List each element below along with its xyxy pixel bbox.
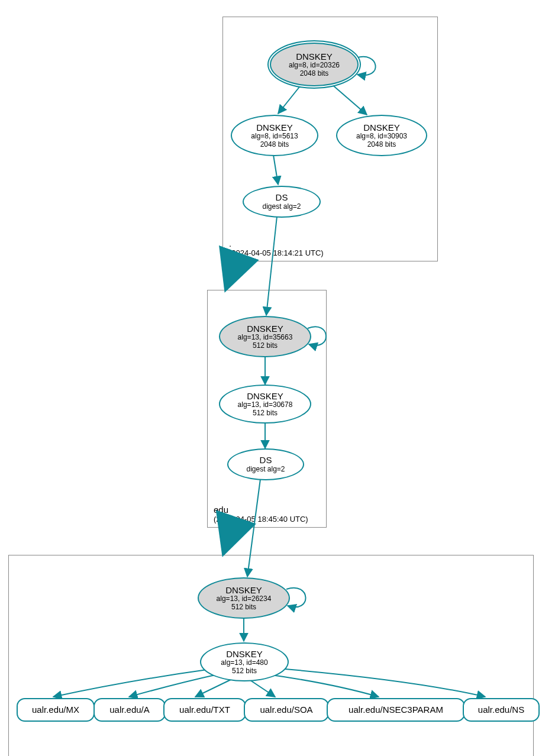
root-zsk-node: DNSKEY alg=8, id=5613 2048 bits bbox=[231, 115, 318, 156]
rr-label: ualr.edu/SOA bbox=[260, 705, 312, 715]
node-title: DNSKEY bbox=[256, 122, 293, 133]
node-title: DNSKEY bbox=[247, 324, 283, 334]
rr-label: ualr.edu/NS bbox=[478, 705, 524, 715]
node-sub: 2048 bits bbox=[260, 141, 289, 149]
node-sub: 512 bits bbox=[231, 603, 256, 612]
root-dnskey2-node: DNSKEY alg=8, id=30903 2048 bits bbox=[336, 115, 427, 156]
rr-a: ualr.edu/A bbox=[93, 698, 166, 722]
node-sub: 2048 bits bbox=[367, 141, 396, 149]
node-title: DS bbox=[276, 192, 288, 202]
node-title: DNSKEY bbox=[226, 649, 263, 659]
root-ds-node: DS digest alg=2 bbox=[243, 186, 321, 218]
node-sub: digest alg=2 bbox=[246, 466, 285, 474]
edu-ds-node: DS digest alg=2 bbox=[227, 448, 304, 480]
zone-edu-name: edu bbox=[214, 505, 308, 515]
node-sub: 2048 bits bbox=[300, 70, 329, 78]
zone-edu-timestamp: (2024-04-05 18:45:40 UTC) bbox=[214, 515, 308, 524]
zone-edu-label: edu (2024-04-05 18:45:40 UTC) bbox=[214, 505, 308, 524]
ualr-ksk-node: DNSKEY alg=13, id=26234 512 bits bbox=[198, 577, 290, 619]
node-sub: 512 bits bbox=[253, 342, 278, 350]
node-title: DNSKEY bbox=[296, 51, 333, 62]
rr-ns: ualr.edu/NS bbox=[463, 698, 540, 722]
zone-root-label: . (2024-04-05 18:14:21 UTC) bbox=[229, 238, 324, 257]
node-sub: 512 bits bbox=[232, 667, 257, 676]
edu-zsk-node: DNSKEY alg=13, id=30678 512 bits bbox=[219, 385, 311, 424]
root-ksk-node: DNSKEY alg=8, id=20326 2048 bits bbox=[270, 43, 359, 86]
node-title: DNSKEY bbox=[225, 585, 262, 595]
rr-nsec3param: ualr.edu/NSEC3PARAM bbox=[327, 698, 465, 722]
node-title: DS bbox=[260, 455, 272, 465]
rr-label: ualr.edu/TXT bbox=[179, 705, 230, 715]
rr-label: ualr.edu/NSEC3PARAM bbox=[349, 705, 443, 715]
node-sub: alg=13, id=30678 bbox=[238, 401, 293, 409]
node-sub: alg=8, id=30903 bbox=[356, 133, 407, 141]
node-title: DNSKEY bbox=[247, 391, 283, 401]
node-sub: alg=8, id=5613 bbox=[251, 133, 298, 141]
node-sub: alg=8, id=20326 bbox=[289, 62, 340, 70]
node-sub: alg=13, id=26234 bbox=[217, 595, 272, 603]
ualr-zsk-node: DNSKEY alg=13, id=480 512 bits bbox=[200, 642, 289, 681]
rr-soa: ualr.edu/SOA bbox=[244, 698, 329, 722]
rr-label: ualr.edu/MX bbox=[32, 705, 79, 715]
node-sub: 512 bits bbox=[253, 409, 278, 418]
node-sub: alg=13, id=480 bbox=[221, 659, 267, 667]
rr-mx: ualr.edu/MX bbox=[17, 698, 95, 722]
zone-root-name: . bbox=[229, 238, 324, 248]
rr-label: ualr.edu/A bbox=[109, 705, 150, 715]
edu-ksk-node: DNSKEY alg=13, id=35663 512 bits bbox=[219, 316, 311, 357]
node-title: DNSKEY bbox=[363, 122, 400, 133]
node-sub: alg=13, id=35663 bbox=[238, 334, 293, 342]
rr-txt: ualr.edu/TXT bbox=[163, 698, 246, 722]
node-sub: digest alg=2 bbox=[262, 203, 301, 211]
zone-root-timestamp: (2024-04-05 18:14:21 UTC) bbox=[229, 248, 324, 257]
